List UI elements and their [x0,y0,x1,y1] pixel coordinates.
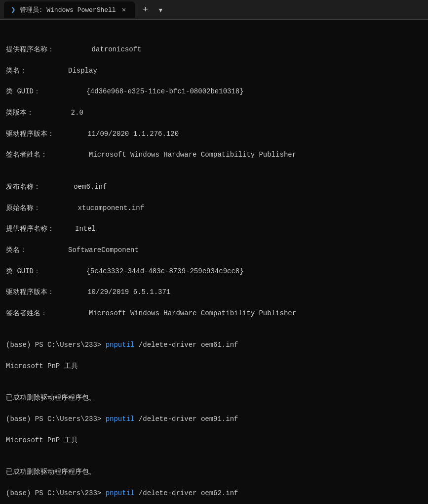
terminal-empty-line [6,171,422,182]
prompt-prefix: (base) PS C:\Users\233> [6,489,106,497]
terminal-empty-line [6,456,422,467]
prompt-command: pnputil [106,415,135,423]
prompt-args: /delete-driver oem91.inf [134,415,238,423]
powershell-tab[interactable]: ❯ 管理员: Windows PowerShell ✕ [4,1,135,18]
terminal-prompt-line: (base) PS C:\Users\233> pnputil /delete-… [6,414,422,425]
terminal-prompt-line: (base) PS C:\Users\233> pnputil /delete-… [6,488,422,499]
prompt-command: pnputil [106,489,135,497]
dropdown-button[interactable]: ▾ [154,2,167,17]
terminal-line: 发布名称： oem6.inf [6,182,422,193]
powershell-icon: ❯ [11,5,16,15]
terminal-line: 驱动程序版本： 11/09/2020 1.1.276.120 [6,129,422,140]
terminal-line: 类名： SoftwareComponent [6,245,422,256]
prompt-args: /delete-driver oem62.inf [134,489,238,497]
prompt-args: /delete-driver oem61.inf [134,341,238,349]
terminal-empty-line [6,382,422,393]
tab-controls: + ▾ [139,2,167,17]
terminal-line: 签名者姓名： Microsoft Windows Hardware Compat… [6,308,422,319]
tab-title: 管理员: Windows PowerShell [20,5,116,14]
terminal-line: 已成功删除驱动程序程序包。 [6,467,422,478]
prompt-prefix: (base) PS C:\Users\233> [6,415,106,423]
terminal-line: 提供程序名称： Intel [6,224,422,235]
terminal-line: 已成功删除驱动程序程序包。 [6,393,422,404]
terminal-line: 驱动程序版本： 10/29/2019 6.5.1.371 [6,287,422,298]
terminal-line: Microsoft PnP 工具 [6,435,422,446]
window: ❯ 管理员: Windows PowerShell ✕ + ▾ 提供程序名称： … [0,0,428,504]
terminal-line: 签名者姓名： Microsoft Windows Hardware Compat… [6,150,422,161]
new-tab-button[interactable]: + [139,3,152,17]
terminal-empty-line [6,330,422,340]
terminal-line: 类 GUID： {5c4c3332-344d-483c-8739-259e934… [6,266,422,277]
terminal-line: Microsoft PnP 工具 [6,361,422,372]
prompt-prefix: (base) PS C:\Users\233> [6,341,106,349]
title-bar: ❯ 管理员: Windows PowerShell ✕ + ▾ [0,0,428,20]
tab-close-button[interactable]: ✕ [120,4,128,15]
terminal-line: 提供程序名称： datronicsoft [6,44,422,55]
terminal-line: 原始名称： xtucomponent.inf [6,203,422,214]
prompt-command: pnputil [106,341,135,349]
terminal-line: 类 GUID： {4d36e968-e325-11ce-bfc1-08002be… [6,86,422,97]
terminal-body[interactable]: 提供程序名称： datronicsoft类名： Display类 GUID： {… [0,20,428,504]
terminal-line: 类版本： 2.0 [6,108,422,119]
terminal-line: 类名： Display [6,66,422,77]
terminal-prompt-line: (base) PS C:\Users\233> pnputil /delete-… [6,340,422,351]
